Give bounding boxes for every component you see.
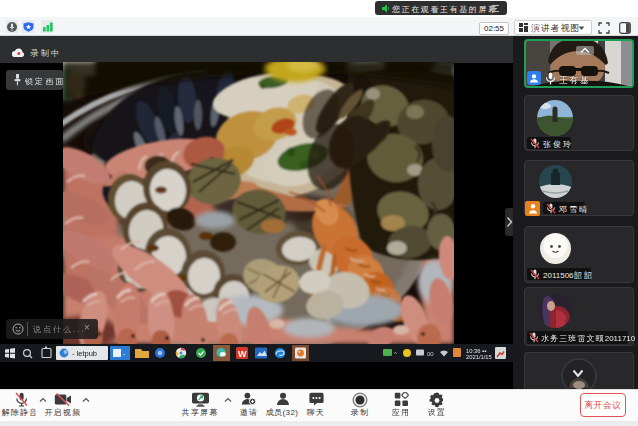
- svg-text:2021/1/15: 2021/1/15: [466, 354, 492, 360]
- svg-text:10:36 ▪▪: 10:36 ▪▪: [466, 348, 486, 354]
- svg-text:- letpub: - letpub: [72, 349, 97, 358]
- svg-text:W: W: [238, 349, 247, 359]
- svg-text:^: ^: [394, 351, 397, 357]
- svg-text:00: 00: [427, 351, 434, 357]
